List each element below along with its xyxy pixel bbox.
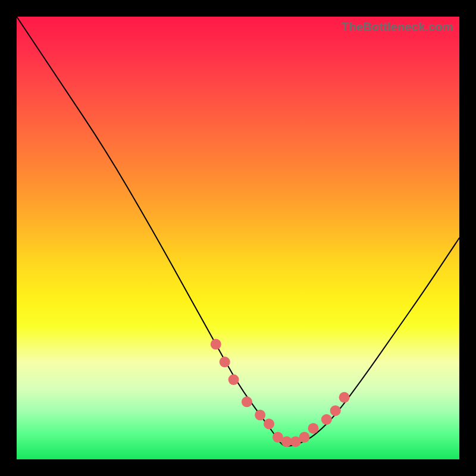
marker-dot <box>264 419 274 430</box>
marker-dot <box>228 374 239 385</box>
chart-frame: TheBottleneck.com <box>0 0 476 476</box>
marker-dot <box>220 356 230 367</box>
marker-dot <box>299 432 310 443</box>
chart-plot-area: TheBottleneck.com <box>17 17 459 459</box>
marker-dot <box>255 410 265 421</box>
chart-svg <box>17 17 459 459</box>
marker-dot <box>339 392 350 403</box>
marker-dot <box>242 396 252 407</box>
marker-dot <box>321 414 332 425</box>
marker-group <box>211 339 350 447</box>
marker-dot <box>330 405 341 416</box>
marker-dot <box>211 339 221 350</box>
marker-dot <box>308 423 319 434</box>
